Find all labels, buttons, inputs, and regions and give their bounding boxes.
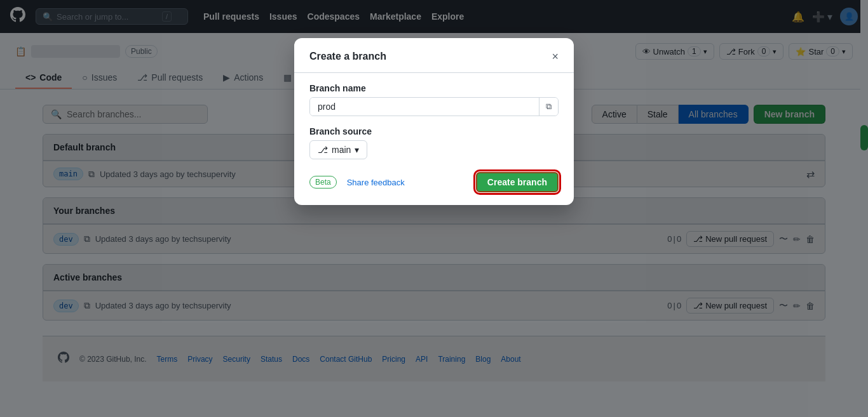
branch-name-label: Branch name bbox=[309, 83, 559, 93]
create-branch-button[interactable]: Create branch bbox=[476, 172, 559, 192]
branch-source-dropdown[interactable]: ⎇ main ▾ bbox=[309, 140, 367, 159]
branch-source-label: Branch source bbox=[309, 126, 559, 136]
modal-title: Create a branch bbox=[309, 51, 386, 62]
beta-badge: Beta bbox=[309, 176, 337, 189]
branch-name-input-wrapper: ⧉ bbox=[309, 97, 559, 116]
branch-source-group: Branch source ⎇ main ▾ bbox=[309, 126, 559, 159]
modal-close-button[interactable]: × bbox=[552, 51, 559, 62]
branch-source-icon: ⎇ bbox=[318, 145, 328, 155]
beta-feedback: Beta Share feedback bbox=[309, 176, 405, 189]
modal-overlay[interactable]: Create a branch × Branch name ⧉ Branch s… bbox=[0, 0, 868, 397]
branch-name-input[interactable] bbox=[310, 98, 539, 116]
branch-source-value: main bbox=[332, 145, 351, 155]
copy-branch-name-button[interactable]: ⧉ bbox=[539, 98, 558, 116]
branch-name-group: Branch name ⧉ bbox=[309, 83, 559, 116]
modal-divider bbox=[294, 72, 574, 73]
modal-header: Create a branch × bbox=[309, 51, 559, 62]
share-feedback-link[interactable]: Share feedback bbox=[347, 178, 405, 187]
create-branch-modal: Create a branch × Branch name ⧉ Branch s… bbox=[294, 38, 574, 205]
modal-footer: Beta Share feedback Create branch bbox=[309, 172, 559, 192]
branch-source-dropdown-icon: ▾ bbox=[355, 145, 359, 155]
